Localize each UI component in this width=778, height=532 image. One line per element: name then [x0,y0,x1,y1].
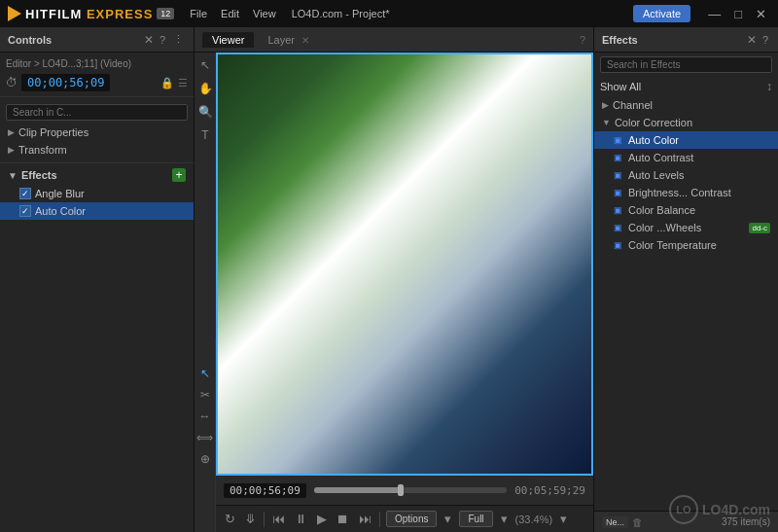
viewer-quality-button[interactable]: Full [459,511,492,527]
brightness-contrast-label: Brightness... Contrast [628,187,731,198]
color-balance-label: Color Balance [628,204,695,216]
viewer-mark-in-btn[interactable]: ⤋ [243,512,258,526]
tree-color-correction[interactable]: ▼ Color Correction [594,114,778,131]
pointer-tool[interactable]: ↖ [198,56,212,74]
tree-auto-levels[interactable]: ▣ Auto Levels [594,166,778,184]
effects-section-arrow: ▼ [8,170,18,181]
effects-search-row [594,53,778,77]
effects-header: ▼ Effects + [0,165,194,185]
tree-auto-color[interactable]: ▣ Auto Color [594,131,778,149]
effects-delete-icon[interactable]: 🗑 [632,516,643,528]
menu-file[interactable]: File [190,8,207,19]
color-temperature-effect-icon: ▣ [614,240,622,250]
viewer-next-btn[interactable]: ⏭ [357,512,373,526]
channel-label: Channel [613,99,653,111]
tree-color-temperature[interactable]: ▣ Color Temperature [594,236,778,254]
angle-blur-checkbox[interactable]: ✓ [19,188,31,199]
tree-color-balance[interactable]: ▣ Color Balance [594,201,778,219]
text-tool[interactable]: T [199,126,210,144]
effect-item-auto-color[interactable]: ✓ Auto Color [0,202,194,220]
transform-section[interactable]: ▶ Transform [0,141,194,159]
auto-color-tree-label: Auto Color [628,134,679,146]
watermark-text: LO4D.com [702,502,770,517]
timecode-clock-icon: ⏱ [6,76,18,89]
viewer-play-btn[interactable]: ▶ [315,512,329,526]
transform-arrow: ▶ [8,145,15,155]
color-balance-effect-icon: ▣ [614,205,622,215]
progress-bar[interactable] [314,487,507,493]
editor-zoom-tool-bottom[interactable]: ⊕ [200,452,210,466]
controls-menu-icon[interactable]: ⋮ [171,33,186,46]
video-canvas [218,54,591,474]
editor-slide-tool[interactable]: ⟺ [196,431,213,444]
timecode-display[interactable]: 00;00;56;09 [21,74,110,91]
editor-select-tool[interactable]: ↖ [200,367,210,380]
hand-tool[interactable]: ✋ [196,80,215,97]
controls-lock-icon[interactable]: 🔒 [160,77,174,89]
color-wheels-label: Color ...Wheels [628,222,701,233]
editor-razor-tool[interactable]: ✂ [200,388,210,402]
controls-search-input[interactable] [6,104,188,121]
ctrl-sep1 [264,512,265,527]
auto-color-checkbox[interactable]: ✓ [19,205,31,217]
auto-color-label: Auto Color [35,205,86,217]
viewer-controls: ⤢ ↻ ⤋ ⏮ ⏸ ▶ ⏹ ⏭ Options ▾ Full ▾ (33.4%)… [194,505,593,532]
effect-item-angle-blur[interactable]: ✓ Angle Blur [0,185,194,202]
effects-filter-label: Show All [600,81,762,92]
main-area: Controls ✕ ? ⋮ Editor > LO4D...3;11] (Vi… [0,27,778,532]
menu-view[interactable]: View [253,8,276,19]
effects-ne-button[interactable]: Ne... [602,516,628,528]
viewer-help-icon[interactable]: ? [580,34,585,46]
viewer-options-button[interactable]: Options [386,511,437,527]
tree-brightness-contrast[interactable]: ▣ Brightness... Contrast [594,184,778,201]
controls-list-icon[interactable]: ☰ [178,77,188,89]
color-wheels-badge: dd-c [749,223,770,233]
editor-slip-tool[interactable]: ↔ [199,409,211,423]
transform-label: Transform [18,144,67,156]
minimize-button[interactable]: — [704,7,725,21]
tab-layer[interactable]: Layer ✕ [258,32,319,48]
viewer-options-arrow[interactable]: ▾ [442,512,453,526]
activate-button[interactable]: Activate [633,5,690,22]
tree-auto-contrast[interactable]: ▣ Auto Contrast [594,149,778,166]
viewer-prev-btn[interactable]: ⏮ [270,512,287,526]
effects-close-icon[interactable]: ✕ [747,33,757,47]
auto-levels-effect-icon: ▣ [614,170,622,180]
viewer-area: ↖ ✋ 🔍 T 00;00;56;09 00;05;59;29 [194,53,593,505]
viewer-zoom-arrow[interactable]: ▾ [558,512,569,526]
effects-panel-header: Effects ✕ ? [594,27,778,53]
effects-add-button[interactable]: + [172,168,186,182]
viewer-quality-arrow[interactable]: ▾ [499,512,510,526]
controls-close-icon[interactable]: ✕ [144,33,154,47]
effects-section-label: Effects [21,169,168,181]
channel-arrow: ▶ [602,100,609,110]
auto-contrast-effect-icon: ▣ [614,153,622,162]
close-button[interactable]: ✕ [752,7,770,21]
effects-sort-icon[interactable]: ↕ [766,80,772,93]
zoom-tool[interactable]: 🔍 [196,103,215,121]
viewer-step-back-btn[interactable]: ⏸ [293,512,309,526]
viewer-stop-btn[interactable]: ⏹ [335,512,351,526]
maximize-button[interactable]: □ [730,7,746,21]
progress-handle[interactable] [398,484,404,496]
viewer-loop-btn[interactable]: ↻ [223,512,237,526]
tree-channel[interactable]: ▶ Channel [594,96,778,114]
effects-section: ▼ Effects + ✓ Angle Blur ✓ Auto Color [0,162,194,222]
clip-properties-section[interactable]: ▶ Clip Properties [0,124,194,141]
clip-properties-arrow: ▶ [8,127,15,137]
layer-tab-close[interactable]: ✕ [301,35,309,46]
effects-search-input[interactable] [600,56,772,73]
app-logo: HITFILM EXPRESS 12 [8,6,174,21]
tree-color-wheels[interactable]: ▣ Color ...Wheels dd-c [594,219,778,236]
viewer-panel: Viewer Layer ✕ ? ↖ ✋ 🔍 T 00;00;56;09 [194,27,593,532]
ctrl-sep2 [379,512,380,527]
effects-tree: ▶ Channel ▼ Color Correction ▣ Auto Colo… [594,96,778,511]
menu-bar: File Edit View [190,8,275,19]
auto-contrast-label: Auto Contrast [628,152,693,163]
menu-edit[interactable]: Edit [221,8,239,19]
color-correction-label: Color Correction [615,117,692,128]
controls-help-icon[interactable]: ? [158,34,167,46]
tab-viewer[interactable]: Viewer [202,32,254,48]
app-name: HITFILM EXPRESS [25,7,153,21]
effects-help-icon[interactable]: ? [760,34,770,46]
